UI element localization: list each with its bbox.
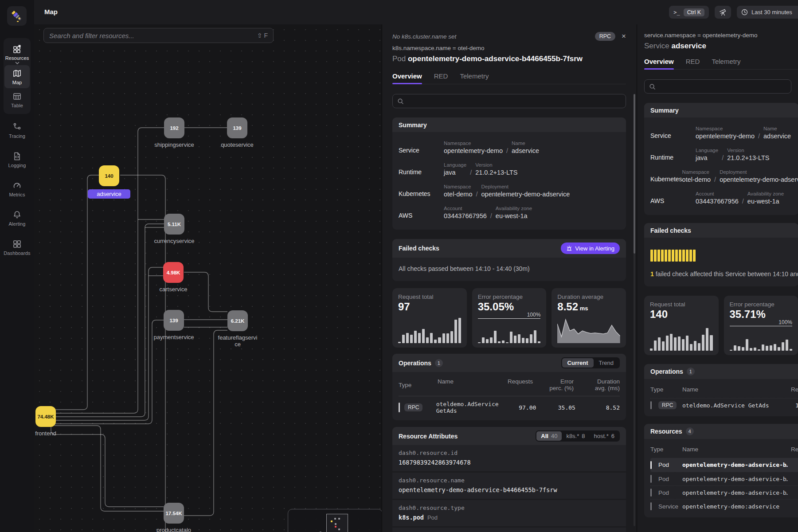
scrollbar[interactable] [634,94,635,526]
sidebar-item-alerting[interactable]: Alerting [4,207,31,230]
attribute-row[interactable]: cloud.account.id034437667956 [392,528,626,532]
failed-checks-title: Failed checks [399,245,439,252]
map-node-cartservice[interactable]: 4.98K [163,262,184,283]
service-tab-red[interactable]: RED [686,58,700,69]
minimap-node-dot [338,528,340,530]
operation-row[interactable]: RPCoteldemo.AdService GetAds140.00 [650,398,798,412]
map-node-paymentservice[interactable]: 139 [164,310,184,331]
minimap[interactable] [288,509,382,532]
summary-value-group: Deploymentopentelemetry-demo-adservice [481,184,570,198]
pod-tabs: OverviewREDTelemetry [392,72,626,84]
service-title: Service adservice [644,42,798,51]
service-map[interactable]: ⇧ F 192shippingservice139quoteservice140… [34,24,382,532]
axis-max-label: 100% [478,312,541,319]
attribute-row[interactable]: dash0.resource.nameopentelemetry-demo-ad… [392,473,626,499]
map-edge [55,320,164,424]
telescope-button[interactable] [715,6,731,19]
sidebar-item-dashboards[interactable]: Dashboards [4,236,31,259]
operations-count: 1 [435,359,443,367]
node-label-frontend: frontend [34,430,68,437]
pod-tab-telemetry[interactable]: Telemetry [460,72,489,84]
entity-type: Pod [392,55,406,63]
summary-title: Summary [399,121,427,129]
map-search[interactable]: ⇧ F [43,28,274,43]
summary-value-group: Version21.0.2+13-LTS [727,148,769,161]
telescope-icon [719,8,727,16]
scrollbar-thumb[interactable] [634,94,635,254]
sidebar-item-label: Map [12,80,22,85]
resource-row[interactable]: Podopentelemetry-demo-adservice-b… [650,485,798,499]
metric-value: 140 [650,309,713,320]
chevron-down-icon [15,62,20,64]
pod-tab-red[interactable]: RED [434,72,448,84]
view-in-alerting-button[interactable]: View in Alerting [561,243,620,254]
service-tab-telemetry[interactable]: Telemetry [712,58,740,69]
failed-checks-card: Failed checks View in Alerting All check… [392,239,626,281]
metric-value: 35.71% [730,309,793,320]
service-tab-overview[interactable]: Overview [644,58,674,69]
resource-row[interactable]: Serviceopentelemetry-demo:adservice [650,499,798,513]
summary-value-group: Deploymentopentelemetry-demo-adservice [720,169,798,183]
minimap-viewport[interactable] [326,514,348,532]
operations-view-toggle: CurrentTrend [561,357,620,368]
pod-tab-overview[interactable]: Overview [392,72,422,84]
search-icon [397,98,404,105]
map-edge [120,175,165,532]
summary-row-kubernetes: KubernetesNamespaceotel-demo/Deploymento… [650,165,792,187]
map-node-shippingservice[interactable]: 192 [164,117,184,138]
command-palette-button[interactable]: >_ Ctrl K [669,6,709,19]
pod-search[interactable] [392,94,626,108]
metric-chart [478,323,541,343]
service-metric-cards: Request total140Error percentage35.71%10… [644,296,798,355]
sidebar-item-map[interactable]: Map [4,65,30,88]
service-search[interactable] [644,79,791,94]
map-node-adservice[interactable]: 140 [99,165,119,186]
flashlight-icon [10,9,23,23]
summary-row-kubernetes: KubernetesNamespaceotel-demo/Deploymento… [399,180,620,202]
siren-icon [566,245,572,251]
node-value: 192 [170,125,178,131]
ops-view-trend[interactable]: Trend [594,358,619,368]
node-label-adservice[interactable]: adservice [88,189,130,199]
close-icon[interactable]: × [622,32,626,41]
map-node-currencyservice[interactable]: 5.11K [164,214,184,235]
table-icon [12,92,22,101]
map-node-quoteservice[interactable]: 139 [227,117,247,138]
operation-row[interactable]: RPCoteldemo.AdService GetAds97.0035.058.… [399,396,620,415]
sidebar-item-tracing[interactable]: Tracing [4,119,31,142]
node-label-currencyservice: currencyservice [149,238,199,244]
node-label-shippingservice: shippingservice [150,141,199,148]
map-node-featureflagservice[interactable]: 6.21K [227,310,248,331]
attribute-row[interactable]: dash0.resource.id16879839242863974678 [392,445,626,471]
summary-value-group: Namespaceopentelemetry-demo [444,141,503,154]
node-label-productcatalog: productcatalog [156,527,192,532]
terminal-icon: >_ [673,9,680,16]
ops-view-current[interactable]: Current [562,358,594,368]
sidebar-item-resources[interactable]: Resources [4,41,30,65]
node-value: 6.21K [231,318,245,324]
sidebar-item-table[interactable]: Table [4,88,30,111]
summary-row-runtime: RuntimeLanguagejava/Version21.0.2+13-LTS [399,158,620,180]
metric-value: 8.52 ms [557,301,620,314]
entity-name: opentelemetry-demo-adservice-b4466455b-7… [408,55,583,63]
sidebar-nav: TracingLoggingMetricsAlertingDashboards [4,119,31,259]
map-node-productcatalog[interactable]: 17.54K [164,503,184,524]
map-search-input[interactable] [49,32,257,39]
tracing-icon [12,122,22,132]
attr-filter-host[interactable]: host.*6 [590,431,619,441]
resource-row[interactable]: Podopentelemetry-demo-adservice-b…97.00 [650,458,798,472]
time-range-picker[interactable]: Last 30 minutes [737,6,798,19]
map-node-frontend[interactable]: 74.48K [35,406,56,427]
attr-filter-k8s[interactable]: k8s.*8 [562,431,589,441]
resource-row[interactable]: Podopentelemetry-demo-adservice-b…43.00 [650,472,798,485]
dash0-logo[interactable] [7,6,27,26]
sidebar-item-label: Table [11,103,23,108]
sidebar-item-logging[interactable]: Logging [4,148,31,171]
attribute-row[interactable]: dash0.resource.typek8s.podPod [392,500,626,526]
node-value: 17.54K [165,511,182,516]
node-label-paymentservice: paymentservice [149,334,199,340]
metric-chart [557,317,620,343]
sidebar-item-metrics[interactable]: Metrics [4,177,31,200]
map-icon [12,69,22,78]
attr-filter-all[interactable]: All40 [536,431,562,441]
